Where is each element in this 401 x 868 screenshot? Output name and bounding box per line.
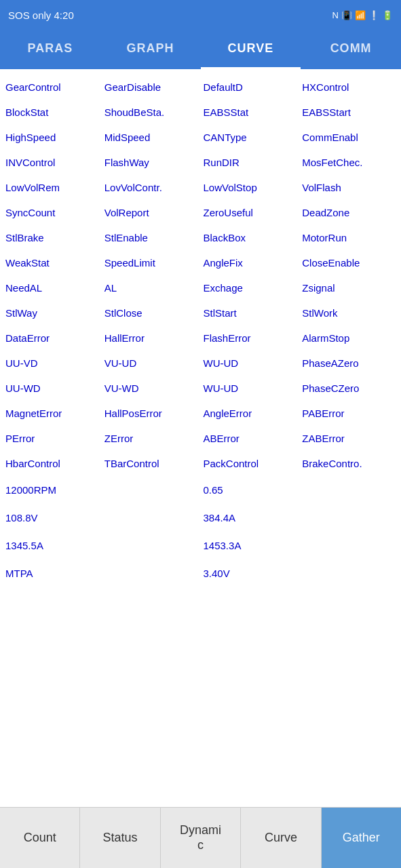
param-cell[interactable]: BlackBox bbox=[201, 225, 300, 250]
param-cell[interactable]: GearDisable bbox=[102, 75, 201, 100]
param-cell[interactable]: VU-WD bbox=[102, 376, 201, 401]
tab-graph-label: GRAPH bbox=[127, 41, 174, 56]
param-cell[interactable]: StlStart bbox=[201, 300, 300, 326]
param-cell[interactable]: FlashError bbox=[201, 326, 300, 351]
param-cell[interactable]: ZError bbox=[102, 426, 201, 451]
param-cell[interactable]: PhaseAZero bbox=[299, 351, 398, 376]
param-cell[interactable]: BlockStat bbox=[3, 100, 102, 125]
nav-dynamic-label: Dynamic bbox=[180, 823, 221, 852]
param-cell[interactable]: WeakStat bbox=[3, 250, 102, 275]
wifi-icon: 📶 bbox=[355, 10, 366, 20]
param-cell[interactable]: AngleFix bbox=[201, 250, 300, 275]
param-cell[interactable]: RunDIR bbox=[201, 150, 300, 175]
nav-gather[interactable]: Gather bbox=[322, 808, 401, 868]
value-cell bbox=[102, 476, 201, 504]
param-cell[interactable]: StlClose bbox=[102, 300, 201, 326]
param-cell[interactable]: LowVolStop bbox=[201, 175, 300, 200]
param-cell[interactable]: StlBrake bbox=[3, 225, 102, 250]
param-cell[interactable]: StlEnable bbox=[102, 225, 201, 250]
param-cell[interactable]: MidSpeed bbox=[102, 125, 201, 150]
nav-count[interactable]: Count bbox=[0, 808, 80, 868]
param-cell[interactable]: CANType bbox=[201, 125, 300, 150]
param-cell[interactable]: HighSpeed bbox=[3, 125, 102, 150]
param-cell[interactable]: EABSStat bbox=[201, 100, 300, 125]
param-cell[interactable]: SpeedLimit bbox=[102, 250, 201, 275]
param-cell[interactable]: Zsignal bbox=[299, 275, 398, 300]
param-cell[interactable]: DeadZone bbox=[299, 200, 398, 225]
param-cell[interactable]: INVControl bbox=[3, 150, 102, 175]
nav-count-label: Count bbox=[24, 831, 56, 846]
param-cell[interactable]: SyncCount bbox=[3, 200, 102, 225]
status-left: SOS only 4:20 bbox=[8, 9, 74, 21]
tab-paras[interactable]: PARAS bbox=[0, 30, 100, 69]
param-cell[interactable]: EABSStart bbox=[299, 100, 398, 125]
bottom-nav: Count Status Dynamic Curve Gather bbox=[0, 807, 401, 868]
param-cell[interactable]: ABError bbox=[201, 426, 300, 451]
value-cell bbox=[102, 504, 201, 532]
param-cell[interactable]: DataError bbox=[3, 326, 102, 351]
param-cell[interactable]: WU-UD bbox=[201, 351, 300, 376]
param-cell[interactable]: HallError bbox=[102, 326, 201, 351]
value-cell bbox=[102, 559, 201, 587]
param-cell[interactable]: BrakeContro. bbox=[299, 451, 398, 476]
tab-bar: PARAS GRAPH CURVE COMM bbox=[0, 30, 401, 69]
param-cell[interactable]: StlWay bbox=[3, 300, 102, 326]
param-cell[interactable]: PackControl bbox=[201, 451, 300, 476]
param-cell[interactable]: FlashWay bbox=[102, 150, 201, 175]
param-cell[interactable]: MosFetChec. bbox=[299, 150, 398, 175]
param-cell[interactable]: LowVolRem bbox=[3, 175, 102, 200]
status-bar: SOS only 4:20 N 📳 📶 ❕ 🔋 bbox=[0, 0, 401, 30]
param-cell[interactable]: UU-WD bbox=[3, 376, 102, 401]
param-cell[interactable]: WU-UD bbox=[201, 376, 300, 401]
tab-paras-label: PARAS bbox=[28, 41, 73, 56]
alert-icon: ❕ bbox=[368, 10, 379, 20]
tab-curve[interactable]: CURVE bbox=[201, 30, 301, 69]
param-cell[interactable]: UU-VD bbox=[3, 351, 102, 376]
param-cell[interactable]: HbarControl bbox=[3, 451, 102, 476]
status-text: SOS only 4:20 bbox=[8, 9, 74, 21]
nav-dynamic[interactable]: Dynamic bbox=[161, 808, 241, 868]
nav-curve-label: Curve bbox=[265, 831, 297, 846]
param-cell[interactable]: PABError bbox=[299, 401, 398, 426]
param-cell[interactable]: AL bbox=[102, 275, 201, 300]
param-cell[interactable]: MotorRun bbox=[299, 225, 398, 250]
value-row: 108.8V384.4A bbox=[3, 504, 398, 532]
param-cell[interactable]: ShoudBeSta. bbox=[102, 100, 201, 125]
param-cell[interactable]: HallPosError bbox=[102, 401, 201, 426]
param-cell[interactable]: PhaseCZero bbox=[299, 376, 398, 401]
param-cell[interactable]: NeedAL bbox=[3, 275, 102, 300]
value-cell bbox=[299, 532, 398, 559]
param-cell[interactable]: CommEnabl bbox=[299, 125, 398, 150]
param-cell[interactable]: MagnetError bbox=[3, 401, 102, 426]
param-cell[interactable]: AlarmStop bbox=[299, 326, 398, 351]
param-cell[interactable]: Exchage bbox=[201, 275, 300, 300]
nav-status[interactable]: Status bbox=[80, 808, 160, 868]
param-cell[interactable]: LovVolContr. bbox=[102, 175, 201, 200]
param-cell[interactable]: DefaultD bbox=[201, 75, 300, 100]
param-cell[interactable]: ZeroUseful bbox=[201, 200, 300, 225]
status-right: N 📳 📶 ❕ 🔋 bbox=[332, 10, 393, 20]
content-area: GearControlGearDisableDefaultDHXControlB… bbox=[0, 69, 401, 654]
param-cell[interactable]: VU-UD bbox=[102, 351, 201, 376]
value-cell bbox=[299, 476, 398, 504]
param-cell[interactable]: VolReport bbox=[102, 200, 201, 225]
param-cell[interactable]: StlWork bbox=[299, 300, 398, 326]
param-grid: GearControlGearDisableDefaultDHXControlB… bbox=[3, 75, 398, 476]
param-cell[interactable]: PError bbox=[3, 426, 102, 451]
value-row: MTPA3.40V bbox=[3, 559, 398, 587]
param-cell[interactable]: VolFlash bbox=[299, 175, 398, 200]
param-cell[interactable]: ZABError bbox=[299, 426, 398, 451]
value-cell: 108.8V bbox=[3, 504, 102, 532]
param-cell[interactable]: GearControl bbox=[3, 75, 102, 100]
vibrate-icon: 📳 bbox=[341, 10, 352, 20]
tab-comm[interactable]: COMM bbox=[301, 30, 401, 69]
nav-curve[interactable]: Curve bbox=[241, 808, 321, 868]
tab-curve-label: CURVE bbox=[228, 41, 274, 56]
param-cell[interactable]: TBarControl bbox=[102, 451, 201, 476]
param-cell[interactable]: HXControl bbox=[299, 75, 398, 100]
param-cell[interactable]: AngleError bbox=[201, 401, 300, 426]
value-cell: 0.65 bbox=[201, 476, 300, 504]
nav-status-label: Status bbox=[103, 831, 138, 846]
tab-graph[interactable]: GRAPH bbox=[100, 30, 201, 69]
param-cell[interactable]: CloseEnable bbox=[299, 250, 398, 275]
